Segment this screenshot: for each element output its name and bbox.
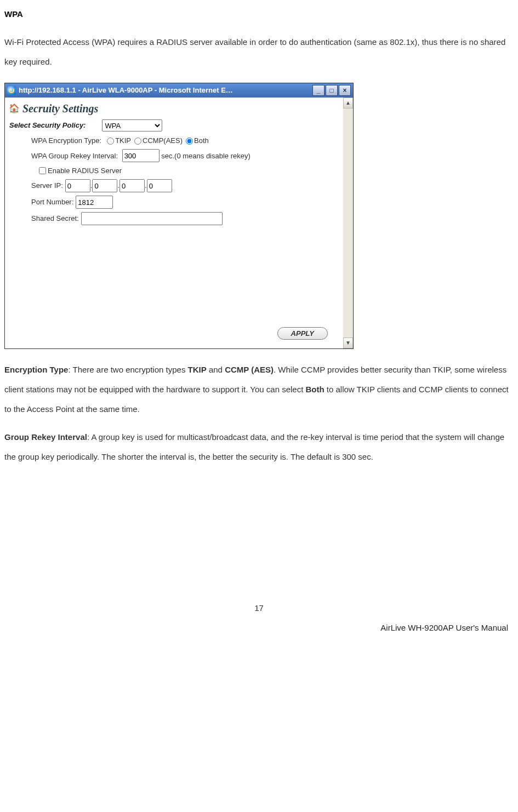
scroll-down-icon[interactable]: ▼ [343, 338, 353, 348]
gri-bold: Group Rekey Interval [4, 432, 87, 442]
intro-paragraph: Wi-Fi Protected Access (WPA) requires a … [4, 32, 514, 72]
enable-radius-checkbox[interactable] [39, 167, 46, 174]
security-settings-window: http://192.168.1.1 - AirLive WLA-9000AP … [4, 83, 354, 349]
and-text: and [207, 365, 225, 374]
footer-manual-title: AirLive WH-9200AP User's Manual [4, 618, 514, 638]
enable-radius-label: Enable RADIUS Server [48, 166, 122, 176]
ccmp-label: CCMP(AES) [143, 136, 183, 146]
security-settings-heading: Secruity Settings [22, 101, 98, 116]
security-policy-select[interactable]: WPA [102, 119, 162, 131]
server-ip-label: Server IP: [31, 181, 63, 191]
select-policy-label: Select Security Policy: [9, 121, 86, 130]
home-icon: 🏠 [9, 104, 19, 113]
scroll-up-icon[interactable]: ▲ [343, 98, 353, 108]
ip3-input[interactable] [119, 179, 145, 192]
both-label: Both [194, 136, 209, 146]
encryption-type-paragraph: Encryption Type: There are two encryptio… [4, 360, 514, 419]
window-title: http://192.168.1.1 - AirLive WLA-9000AP … [19, 86, 311, 95]
maximize-button[interactable]: □ [326, 85, 338, 96]
window-titlebar: http://192.168.1.1 - AirLive WLA-9000AP … [5, 83, 353, 98]
ie-icon [7, 86, 16, 95]
group-rekey-paragraph: Group Rekey Interval: A group key is use… [4, 427, 514, 467]
encryption-type-label: WPA Encryption Type: [31, 136, 101, 146]
enc-text1: : There are two encryption types [68, 365, 187, 374]
apply-button[interactable]: APPLY [277, 327, 328, 340]
both-radio[interactable] [186, 138, 193, 145]
secret-input[interactable] [81, 212, 223, 225]
page-number: 17 [4, 598, 514, 618]
secret-label: Shared Secret: [31, 214, 79, 224]
tkip-bold: TKIP [188, 365, 207, 374]
rekey-input[interactable] [122, 149, 160, 162]
port-label: Port Number: [31, 197, 73, 207]
close-button[interactable]: × [339, 85, 351, 96]
ip2-input[interactable] [92, 179, 117, 192]
minimize-button[interactable]: _ [312, 85, 325, 96]
tkip-label: TKIP [115, 136, 131, 146]
tkip-radio[interactable] [107, 138, 114, 145]
scrollbar[interactable]: ▲ ▼ [343, 98, 353, 348]
rekey-suffix: sec.(0 means disable rekey) [161, 152, 251, 160]
port-input[interactable] [76, 196, 113, 209]
ccmp-radio[interactable] [134, 138, 141, 145]
ip1-input[interactable] [65, 179, 90, 192]
rekey-label: WPA Group Rekey Interval: [31, 152, 118, 160]
ccmp-bold: CCMP (AES) [225, 365, 274, 374]
section-title-wpa: WPA [4, 4, 514, 24]
enc-type-bold: Encryption Type [4, 365, 68, 374]
ip4-input[interactable] [147, 179, 172, 192]
both-bold-text: Both [306, 385, 325, 394]
